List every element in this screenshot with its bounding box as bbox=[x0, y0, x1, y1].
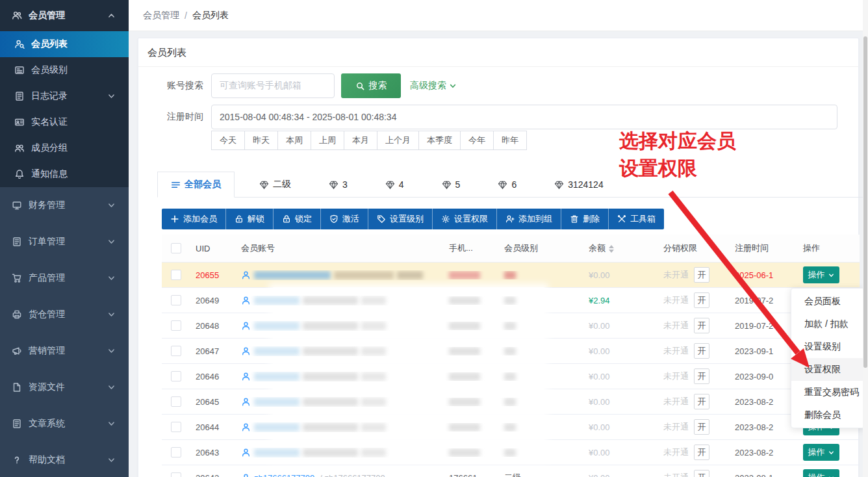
toolbar-button-添加到组[interactable]: 添加到组 bbox=[497, 209, 561, 229]
account-search-row: 账号搜索 可查询账号手机邮箱 搜索 高级搜索 bbox=[138, 73, 858, 98]
sidebar-item-营销管理[interactable]: 营销管理 bbox=[0, 333, 129, 369]
gem-icon bbox=[329, 180, 338, 190]
mobile-cell bbox=[445, 398, 500, 406]
register-date-cell: 2019-07-2 bbox=[731, 321, 799, 331]
row-action-label: 操作 bbox=[808, 269, 825, 281]
quick-range-button[interactable]: 本季度 bbox=[418, 131, 461, 150]
row-action-button[interactable]: 操作 bbox=[803, 444, 839, 461]
person-icon bbox=[241, 422, 251, 432]
permission-open-button[interactable]: 开 bbox=[694, 394, 709, 409]
sidebar-item-产品管理[interactable]: 产品管理 bbox=[0, 260, 129, 296]
sidebar-item-会员列表[interactable]: 会员列表 bbox=[0, 31, 129, 57]
row-action-button[interactable]: 操作 bbox=[803, 266, 839, 283]
permission-open-button[interactable]: 开 bbox=[694, 470, 709, 477]
tab-label: 二级 bbox=[273, 179, 291, 190]
permission-open-button[interactable]: 开 bbox=[694, 343, 709, 359]
select-all-checkbox[interactable] bbox=[171, 243, 181, 253]
tab-6[interactable]: 6 bbox=[485, 172, 530, 198]
row-checkbox[interactable] bbox=[171, 472, 181, 477]
masked-data-blob bbox=[504, 448, 516, 457]
tab-5[interactable]: 5 bbox=[429, 172, 474, 198]
advanced-search-link[interactable]: 高级搜索 bbox=[410, 80, 457, 92]
masked-data-blob bbox=[254, 347, 300, 355]
sidebar-item-资源文件[interactable]: 资源文件 bbox=[0, 369, 129, 406]
main-area: 会员管理 / 会员列表 会员列表 账号搜索 可查询账号手机邮箱 搜索 高级搜索 … bbox=[129, 0, 868, 477]
quick-range-button[interactable]: 本月 bbox=[344, 131, 377, 150]
toolbar-button-工具箱[interactable]: 工具箱 bbox=[609, 209, 664, 229]
sidebar-item-member-management[interactable]: 会员管理 bbox=[0, 0, 129, 31]
level-cell bbox=[500, 423, 585, 432]
column-header-操作: 操作 bbox=[799, 242, 860, 254]
tab-4[interactable]: 4 bbox=[372, 172, 417, 198]
action-menu-item-设置权限[interactable]: 设置权限 bbox=[791, 358, 864, 381]
toolbar-button-锁定[interactable]: 锁定 bbox=[274, 209, 321, 229]
sidebar-item-货仓管理[interactable]: 货仓管理 bbox=[0, 296, 129, 333]
toolbar-button-设置级别[interactable]: 设置级别 bbox=[368, 209, 433, 229]
toolbar-button-label: 添加会员 bbox=[183, 213, 217, 225]
row-checkbox[interactable] bbox=[171, 270, 181, 280]
masked-data-blob bbox=[361, 398, 386, 406]
quick-range-button[interactable]: 昨年 bbox=[493, 131, 527, 150]
account-cell bbox=[237, 321, 445, 331]
distribution-permission-cell: 未开通开 bbox=[659, 318, 731, 333]
page-scrollbar[interactable] bbox=[863, 0, 868, 477]
quick-range-button[interactable]: 昨天 bbox=[244, 131, 278, 150]
quick-range-button[interactable]: 上个月 bbox=[377, 131, 419, 150]
action-menu-item-删除会员[interactable]: 删除会员 bbox=[791, 404, 864, 426]
action-menu-item-会员面板[interactable]: 会员面板 bbox=[791, 290, 864, 313]
masked-data-blob bbox=[303, 347, 358, 355]
toolbar-button-删除[interactable]: 删除 bbox=[561, 209, 609, 229]
action-menu-item-设置级别[interactable]: 设置级别 bbox=[791, 335, 864, 358]
tab-label: 4 bbox=[399, 179, 404, 190]
sort-caret-icon[interactable] bbox=[609, 245, 614, 253]
row-checkbox[interactable] bbox=[171, 346, 181, 356]
toolbar-button-设置权限[interactable]: 设置权限 bbox=[433, 209, 497, 229]
sidebar-item-成员分组[interactable]: 成员分组 bbox=[0, 135, 129, 161]
quick-range-button[interactable]: 本周 bbox=[277, 131, 311, 150]
toolbar-button-解锁[interactable]: 解锁 bbox=[226, 209, 274, 229]
permission-open-button[interactable]: 开 bbox=[694, 368, 709, 384]
row-checkbox[interactable] bbox=[171, 396, 181, 407]
tab-二级[interactable]: 二级 bbox=[246, 172, 304, 198]
toolbar-button-激活[interactable]: 激活 bbox=[321, 209, 368, 229]
row-action-button[interactable]: 操作 bbox=[803, 469, 839, 477]
sidebar-item-日志记录[interactable]: 日志记录 bbox=[0, 83, 129, 109]
row-checkbox[interactable] bbox=[171, 320, 181, 331]
balance-cell: ¥2.94 bbox=[585, 296, 659, 305]
sidebar-item-帮助文档[interactable]: 帮助文档 bbox=[0, 442, 129, 477]
row-checkbox[interactable] bbox=[171, 371, 181, 381]
balance-cell: ¥0.00 bbox=[585, 397, 659, 407]
action-menu-item-加款 / 扣款[interactable]: 加款 / 扣款 bbox=[791, 313, 864, 335]
permission-open-button[interactable]: 开 bbox=[694, 419, 709, 435]
permission-open-button[interactable]: 开 bbox=[694, 318, 709, 333]
quick-range-button[interactable]: 今天 bbox=[211, 131, 245, 150]
sidebar-item-实名认证[interactable]: 实名认证 bbox=[0, 109, 129, 135]
account-search-input[interactable]: 可查询账号手机邮箱 bbox=[211, 73, 335, 98]
tab-全部会员[interactable]: 全部会员 bbox=[157, 172, 235, 198]
register-time-input[interactable]: 2015-08-04 00:48:34 - 2025-08-01 00:48:3… bbox=[211, 105, 837, 129]
sidebar-item-通知信息[interactable]: 通知信息 bbox=[0, 161, 129, 187]
toolbar-button-添加会员[interactable]: 添加会员 bbox=[162, 209, 226, 229]
sidebar-item-财务管理[interactable]: 财务管理 bbox=[0, 187, 129, 224]
permission-open-button[interactable]: 开 bbox=[694, 267, 709, 283]
account-link[interactable]: zh17666177799 bbox=[254, 473, 314, 477]
row-checkbox[interactable] bbox=[171, 295, 181, 305]
uid-cell: 20647 bbox=[192, 346, 237, 356]
action-menu-item-重置交易密码[interactable]: 重置交易密码 bbox=[791, 381, 864, 404]
chevron-down-icon bbox=[828, 449, 835, 456]
sidebar-item-文章系统[interactable]: 文章系统 bbox=[0, 406, 129, 442]
page-scrollbar-thumb[interactable] bbox=[863, 36, 867, 368]
permission-open-button[interactable]: 开 bbox=[694, 292, 709, 308]
quick-range-button[interactable]: 上周 bbox=[311, 131, 344, 150]
tab-3[interactable]: 3 bbox=[316, 172, 361, 198]
sidebar-item-订单管理[interactable]: 订单管理 bbox=[0, 224, 129, 260]
masked-data-blob bbox=[303, 398, 358, 406]
row-checkbox[interactable] bbox=[171, 422, 181, 432]
quick-range-button[interactable]: 今年 bbox=[460, 131, 494, 150]
search-button[interactable]: 搜索 bbox=[341, 73, 401, 98]
sidebar-item-会员级别[interactable]: 会员级别 bbox=[0, 57, 129, 83]
breadcrumb-item-members[interactable]: 会员管理 bbox=[143, 10, 179, 21]
permission-open-button[interactable]: 开 bbox=[694, 445, 709, 460]
row-checkbox[interactable] bbox=[171, 447, 181, 458]
tab-3124124[interactable]: 3124124 bbox=[541, 172, 617, 198]
